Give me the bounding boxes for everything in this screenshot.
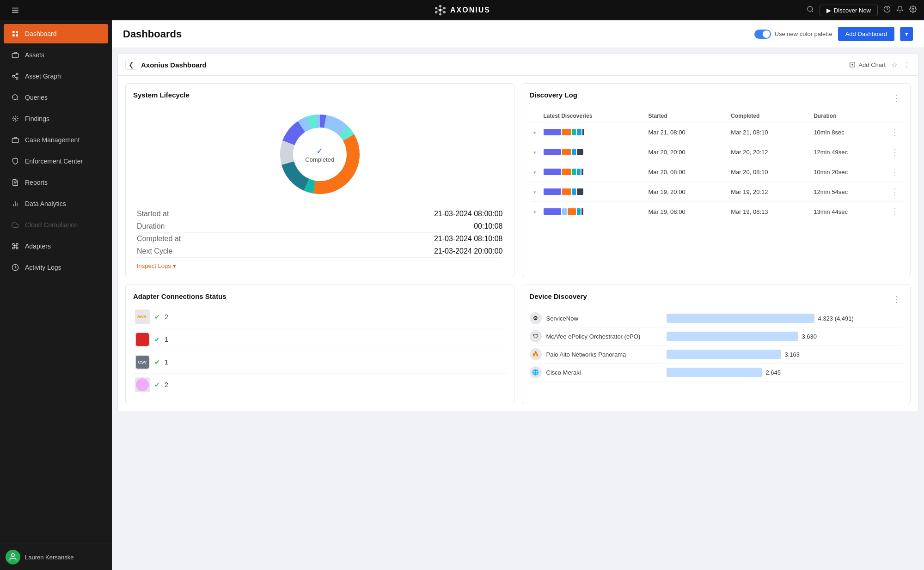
bar-segment — [572, 129, 576, 135]
sidebar-item-dashboard[interactable]: Dashboard — [4, 24, 108, 43]
svg-point-9 — [435, 7, 437, 9]
sidebar-item-adapters[interactable]: Adapters — [4, 236, 108, 256]
bell-icon[interactable] — [896, 6, 904, 15]
device-bar-container: 4,323 (4,491) — [667, 314, 903, 323]
toggle-knob — [763, 30, 770, 38]
sidebar-item-asset-graph[interactable]: Asset Graph — [4, 67, 108, 86]
device-count: 2,645 — [766, 369, 781, 376]
svg-point-8 — [435, 11, 437, 13]
user-profile[interactable]: Lauren Kersanske — [0, 544, 112, 570]
device-bar — [667, 368, 762, 377]
adapter-row: ✔ 2 — [133, 374, 507, 396]
adapter-connections-title: Adapter Connections Status — [133, 292, 507, 300]
sidebar-item-reports[interactable]: Reports — [4, 173, 108, 192]
sidebar-item-activity-logs[interactable]: Activity Logs — [4, 258, 108, 277]
stat-value-started: 21-03-2024 08:00:00 — [434, 210, 503, 218]
sidebar-item-assets[interactable]: Assets — [4, 45, 108, 65]
favorite-icon[interactable]: ☆ — [891, 61, 898, 69]
adapter-count: 2 — [165, 313, 168, 321]
bar-segment — [581, 208, 583, 215]
device-count: 3,630 — [802, 333, 817, 340]
settings-icon[interactable] — [909, 6, 917, 15]
device-row: 🌐 Cisco Meraki 2,645 — [530, 364, 903, 382]
sidebar-label-adapters: Adapters — [25, 243, 51, 250]
row-expand[interactable]: ▾ — [530, 142, 540, 162]
bar-segment — [562, 169, 571, 175]
row-more[interactable]: ⋮ — [887, 182, 903, 202]
charts-grid: System Lifecycle — [118, 76, 918, 412]
inspect-logs-button[interactable]: Inspect Logs ▾ — [133, 262, 507, 269]
add-chart-button[interactable]: Add Chart — [849, 61, 886, 68]
color-palette-toggle[interactable]: Use new color palette — [754, 30, 832, 39]
toggle-switch[interactable] — [754, 30, 771, 39]
help-icon[interactable] — [883, 6, 891, 15]
svg-rect-21 — [16, 31, 18, 33]
row-completed: Mar 21, 08:10 — [727, 122, 810, 142]
row-bars — [540, 162, 645, 182]
row-more[interactable]: ⋮ — [887, 162, 903, 182]
bar-segment — [562, 129, 571, 135]
bar-segment — [577, 129, 581, 135]
row-expand[interactable]: ▾ — [530, 162, 540, 182]
search-icon[interactable] — [807, 6, 814, 15]
adapter-icon: CSV — [135, 355, 150, 370]
svg-point-26 — [12, 75, 14, 77]
user-name: Lauren Kersanske — [25, 554, 74, 561]
add-chart-icon — [849, 61, 856, 68]
svg-point-19 — [912, 8, 914, 10]
add-dashboard-button[interactable]: Add Dashboard — [838, 27, 894, 41]
device-row: 🛡 McAfee ePolicy Orchestrator (ePO) 3,63… — [530, 327, 903, 346]
case-management-icon — [11, 136, 19, 144]
logo: AXONIUS — [434, 4, 490, 17]
system-lifecycle-card: System Lifecycle — [125, 83, 514, 277]
device-name: Palo Alto Networks Panorama — [546, 351, 662, 358]
discover-now-button[interactable]: ▶ Discover Now — [820, 5, 878, 16]
more-options-icon[interactable]: ⋮ — [903, 61, 911, 69]
row-bars — [540, 122, 645, 142]
row-completed: Mar 20, 08:10 — [727, 162, 810, 182]
stat-completed-at: Completed at 21-03-2024 08:10:08 — [137, 233, 503, 245]
th-started: Started — [644, 110, 727, 122]
device-discovery-more[interactable]: ⋮ — [891, 295, 903, 303]
row-more[interactable]: ⋮ — [887, 142, 903, 162]
device-icon: 🔥 — [530, 348, 542, 360]
row-more[interactable]: ⋮ — [887, 202, 903, 222]
hamburger-menu[interactable] — [7, 4, 23, 16]
row-more[interactable]: ⋮ — [887, 122, 903, 142]
sidebar-item-queries[interactable]: Queries — [4, 88, 108, 107]
row-completed: Mar 20, 20:12 — [727, 142, 810, 162]
sidebar-item-data-analytics[interactable]: Data Analytics — [4, 194, 108, 213]
row-expand[interactable]: ▾ — [530, 122, 540, 142]
row-duration: 12min 54sec — [810, 182, 887, 202]
sidebar-item-case-management[interactable]: Case Management — [4, 130, 108, 150]
color-palette-label: Use new color palette — [775, 30, 832, 37]
bar-segment — [544, 169, 561, 175]
sidebar-item-findings[interactable]: Findings — [4, 109, 108, 128]
discovery-log-more[interactable]: ⋮ — [891, 94, 903, 102]
discovery-log-title: Discovery Log — [530, 91, 577, 99]
svg-point-31 — [15, 118, 16, 120]
svg-point-4 — [439, 5, 441, 7]
bar-segment — [544, 188, 561, 195]
row-expand[interactable]: ▾ — [530, 202, 540, 222]
bar-segment — [581, 169, 583, 175]
bar-segment — [577, 169, 581, 175]
sidebar-item-enforcement-center[interactable]: Enforcement Center — [4, 152, 108, 171]
bar-segment — [577, 188, 583, 195]
add-dashboard-dropdown[interactable]: ▾ — [900, 27, 913, 41]
sidebar-label-cloud-compliance: Cloud Compliance — [25, 221, 78, 229]
bar-segment — [544, 149, 561, 155]
row-expand[interactable]: ▾ — [530, 182, 540, 202]
device-row: 🔥 Palo Alto Networks Panorama 3,163 — [530, 346, 903, 364]
device-icon: ⚙ — [530, 312, 542, 324]
adapter-status-icon: ✔ — [154, 381, 160, 388]
device-count: 4,323 (4,491) — [818, 315, 854, 322]
sidebar-label-reports: Reports — [25, 179, 48, 186]
adapter-count: 2 — [165, 381, 168, 388]
panel-collapse-button[interactable]: ❮ — [125, 60, 137, 70]
discovery-row: ▾Mar 19, 08:00Mar 19, 08:1313min 44sec⋮ — [530, 202, 903, 222]
svg-point-39 — [12, 554, 15, 557]
svg-rect-32 — [12, 139, 18, 143]
donut-chart: ✓ Completed — [133, 108, 507, 200]
svg-point-30 — [12, 95, 18, 100]
